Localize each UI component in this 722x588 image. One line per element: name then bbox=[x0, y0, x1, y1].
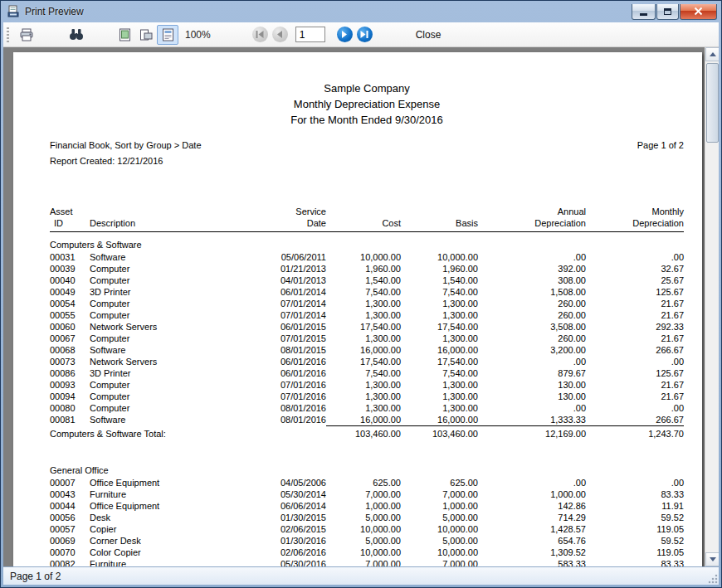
table-cell: 00040 bbox=[50, 275, 90, 286]
table-cell: Computer bbox=[90, 379, 256, 391]
group-total-value: 1,243.70 bbox=[586, 428, 684, 440]
report-created: Report Created: 12/21/2016 bbox=[50, 155, 684, 168]
table-cell: 125.67 bbox=[586, 286, 684, 298]
binoculars-icon bbox=[69, 28, 84, 41]
table-cell: 10,000.00 bbox=[401, 547, 478, 558]
table-cell: 1,960.00 bbox=[326, 263, 401, 275]
table-cell: 119.05 bbox=[586, 523, 684, 535]
table-cell: 21.67 bbox=[586, 298, 684, 309]
vertical-scrollbar[interactable] bbox=[705, 47, 719, 566]
table-cell: 16,000.00 bbox=[326, 414, 401, 426]
table-cell: 1,300.00 bbox=[401, 379, 478, 391]
status-bar: Page 1 of 2 bbox=[3, 566, 719, 585]
window-title: Print Preview bbox=[25, 6, 84, 17]
print-preview-window: Print Preview bbox=[0, 0, 722, 588]
close-preview-button[interactable]: Close bbox=[407, 26, 450, 44]
table-cell: 10,000.00 bbox=[326, 523, 401, 535]
table-cell: 04/01/2013 bbox=[256, 275, 326, 286]
table-cell: 00044 bbox=[50, 500, 90, 512]
print-button[interactable] bbox=[16, 25, 37, 45]
table-cell: Network Servers bbox=[90, 321, 256, 333]
table-cell: 06/01/2016 bbox=[256, 356, 326, 367]
report-page: Sample Company Monthly Depreciation Expe… bbox=[13, 52, 702, 566]
close-window-button[interactable] bbox=[680, 4, 717, 20]
table-cell: 10,000.00 bbox=[326, 547, 401, 558]
report-page-info: Page 1 of 2 bbox=[637, 139, 684, 152]
table-row: 00082Furniture05/30/20167,000.007,000.00… bbox=[50, 558, 684, 566]
group-total-value: 103,460.00 bbox=[326, 428, 401, 440]
table-cell: 3D Printer bbox=[90, 286, 256, 298]
table-cell: 119.05 bbox=[586, 547, 684, 558]
table-cell: 260.00 bbox=[478, 333, 586, 344]
table-cell: 266.67 bbox=[586, 414, 684, 426]
table-cell: 7,540.00 bbox=[326, 286, 401, 298]
table-row: 000863D Printer06/01/20167,540.007,540.0… bbox=[50, 367, 684, 379]
table-cell: 1,300.00 bbox=[326, 391, 401, 402]
table-cell: 1,300.00 bbox=[401, 402, 478, 414]
next-page-button[interactable] bbox=[337, 27, 353, 42]
page-layout-view-button[interactable] bbox=[114, 25, 135, 45]
zoom-level[interactable]: 100% bbox=[185, 29, 211, 41]
scroll-down-button[interactable] bbox=[705, 552, 719, 566]
table-cell: 1,300.00 bbox=[401, 391, 478, 402]
scrollbar-thumb[interactable] bbox=[706, 63, 719, 143]
table-cell: 00039 bbox=[50, 263, 90, 275]
table-cell: 125.67 bbox=[586, 367, 684, 379]
table-cell: 1,428.57 bbox=[478, 523, 586, 535]
maximize-icon bbox=[664, 8, 671, 15]
table-cell: 1,300.00 bbox=[401, 309, 478, 321]
table-cell: .00 bbox=[478, 477, 586, 488]
table-cell: Computer bbox=[90, 309, 256, 321]
table-cell: 21.67 bbox=[586, 391, 684, 402]
maximize-button[interactable] bbox=[656, 4, 679, 20]
table-cell: 5,000.00 bbox=[401, 512, 478, 523]
table-cell: 1,000.00 bbox=[478, 488, 586, 500]
previous-page-button[interactable] bbox=[272, 27, 288, 42]
table-cell: 00031 bbox=[50, 251, 90, 263]
title-bar[interactable]: Print Preview bbox=[3, 1, 719, 22]
scroll-up-button[interactable] bbox=[705, 47, 719, 61]
minimize-button[interactable] bbox=[632, 4, 656, 20]
table-cell: 142.86 bbox=[478, 500, 586, 512]
table-cell: 07/01/2016 bbox=[256, 379, 326, 391]
col-basis: Basis bbox=[401, 217, 478, 229]
col-desc-spacer bbox=[90, 206, 256, 217]
table-row: 00073Network Servers06/01/201617,540.001… bbox=[50, 356, 684, 367]
table-cell: Computer bbox=[90, 298, 256, 309]
table-row: 00070Color Copier02/06/201610,000.0010,0… bbox=[50, 547, 684, 558]
table-cell: Software bbox=[90, 414, 256, 426]
col-monthly-line1: Monthly bbox=[586, 206, 684, 217]
table-cell: 10,000.00 bbox=[326, 251, 401, 263]
toolbar-gripper[interactable] bbox=[7, 27, 9, 42]
table-cell: Computer bbox=[90, 391, 256, 402]
minimize-icon bbox=[640, 13, 647, 16]
table-cell: 1,300.00 bbox=[326, 333, 401, 344]
table-cell: 32.67 bbox=[586, 263, 684, 275]
col-cost-spacer bbox=[326, 206, 401, 217]
resize-grip[interactable] bbox=[707, 573, 718, 584]
find-button[interactable] bbox=[66, 25, 87, 45]
table-cell: 260.00 bbox=[478, 298, 586, 309]
table-cell bbox=[256, 428, 326, 440]
status-page-text: Page 1 of 2 bbox=[10, 571, 61, 582]
table-cell: 1,300.00 bbox=[326, 402, 401, 414]
report-sort-info: Financial Book, Sort by Group > Date bbox=[50, 139, 202, 152]
table-cell: .00 bbox=[586, 356, 684, 367]
first-page-button[interactable] bbox=[252, 27, 268, 42]
col-annual-line2: Depreciation bbox=[478, 217, 586, 229]
table-cell: 7,000.00 bbox=[401, 488, 478, 500]
preview-view-button[interactable] bbox=[157, 25, 178, 45]
table-cell: 05/30/2014 bbox=[256, 488, 326, 500]
table-cell: 59.52 bbox=[586, 512, 684, 523]
report-title: Monthly Depreciation Expense bbox=[50, 96, 684, 112]
group-total-value: 12,169.00 bbox=[478, 428, 586, 440]
table-cell: 308.00 bbox=[478, 275, 586, 286]
page-number-input[interactable] bbox=[295, 27, 325, 42]
table-row: 00068Software08/01/201516,000.0016,000.0… bbox=[50, 344, 684, 356]
print-layout-view-button[interactable] bbox=[135, 25, 157, 45]
table-row: 00080Computer08/01/20161,300.001,300.00.… bbox=[50, 402, 684, 414]
printer-icon bbox=[19, 28, 34, 41]
last-page-button[interactable] bbox=[357, 27, 373, 42]
table-cell: 1,300.00 bbox=[326, 309, 401, 321]
table-row: 00039Computer01/21/20131,960.001,960.003… bbox=[50, 263, 684, 275]
